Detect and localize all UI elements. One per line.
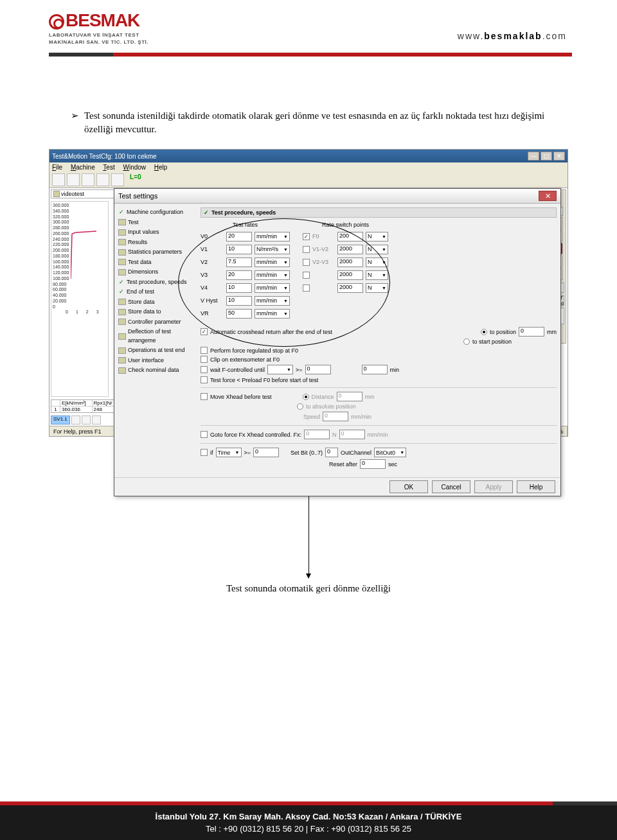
rate-unit-dropdown[interactable]: mm/min▼ xyxy=(255,296,290,306)
switch-unit-dropdown[interactable]: N▼ xyxy=(366,283,388,293)
if-checkbox[interactable] xyxy=(201,449,208,456)
distance-radio[interactable] xyxy=(303,394,309,400)
if-time-dropdown[interactable]: Time▼ xyxy=(216,448,242,457)
switch-unit-dropdown[interactable]: N▼ xyxy=(366,270,388,280)
rate-input[interactable]: 20 xyxy=(226,270,252,280)
wait-f-checkbox[interactable] xyxy=(201,366,208,373)
tree-item[interactable]: User interface xyxy=(118,356,195,366)
dialog-title: Test settings xyxy=(118,192,157,200)
toolbar-button[interactable] xyxy=(67,173,80,186)
if-value[interactable]: 0 xyxy=(253,448,279,457)
chart-tick: 360.000 xyxy=(53,203,107,209)
to-start-radio[interactable] xyxy=(463,338,470,345)
minimize-button[interactable]: — xyxy=(528,152,539,161)
menu-test[interactable]: Test xyxy=(103,164,114,171)
tree-item[interactable]: ✓End of test xyxy=(118,287,195,297)
switch-input[interactable]: 2000 xyxy=(337,258,363,267)
rate-unit-dropdown[interactable]: N/mm²/s▼ xyxy=(255,245,290,254)
reset-after-value[interactable]: 0 xyxy=(360,459,386,469)
switch-checkbox[interactable]: ✓ xyxy=(303,233,310,240)
rate-input[interactable]: 10 xyxy=(226,296,252,306)
switch-checkbox[interactable] xyxy=(303,246,310,253)
rate-unit-dropdown[interactable]: mm/min▼ xyxy=(255,258,290,267)
toolbar-button[interactable] xyxy=(82,173,94,186)
tree-item[interactable]: Results xyxy=(118,238,195,248)
to-position-radio[interactable] xyxy=(481,329,487,335)
dialog-close-button[interactable]: ✕ xyxy=(539,191,557,201)
tree-item[interactable]: Dimensions xyxy=(118,267,195,277)
switch-input[interactable]: 2000 xyxy=(337,270,363,280)
tree-item-label: Machine configuration xyxy=(127,208,183,217)
tree-item[interactable]: Input values xyxy=(118,227,195,238)
switch-unit-dropdown[interactable]: N▼ xyxy=(366,258,388,267)
tree-item[interactable]: Controller parameter xyxy=(118,317,195,328)
apply-button[interactable]: Apply xyxy=(474,480,513,493)
switch-checkbox[interactable] xyxy=(303,272,310,279)
tree-item[interactable]: Operations at test end xyxy=(118,346,195,356)
rate-input[interactable]: 20 xyxy=(226,232,252,241)
ok-button[interactable]: OK xyxy=(389,480,428,493)
help-button[interactable]: Help xyxy=(517,480,555,493)
switch-input[interactable]: 2000 xyxy=(337,283,363,293)
menu-window[interactable]: Window xyxy=(123,164,146,171)
switch-checkbox[interactable] xyxy=(303,284,310,292)
test-settings-dialog: Test settings ✕ ✓Machine configurationTe… xyxy=(114,188,561,496)
tree-item[interactable]: Check nominal data xyxy=(118,365,195,376)
menu-help[interactable]: Help xyxy=(154,164,168,171)
move-xhead-checkbox[interactable] xyxy=(201,393,208,400)
toolbar-button[interactable] xyxy=(96,173,109,186)
rate-unit-dropdown[interactable]: mm/min▼ xyxy=(255,232,290,241)
switch-checkbox[interactable] xyxy=(303,259,310,266)
goto-force-checkbox[interactable] xyxy=(201,431,208,438)
header-url: www.besmaklab.com xyxy=(458,31,567,41)
wait-f-value-2[interactable]: 0 xyxy=(362,365,388,374)
switch-row: V1-V2 2000 N▼ xyxy=(303,243,388,255)
tree-item[interactable]: Statistics parameters xyxy=(118,247,195,258)
settings-tree: ✓Machine configurationTestInput valuesRe… xyxy=(118,207,195,471)
switch-label: F0 xyxy=(312,233,335,240)
logo-name: BESMAK xyxy=(66,10,139,30)
toolbar-button[interactable] xyxy=(52,173,65,186)
switch-input[interactable]: 2000 xyxy=(337,245,363,254)
rate-input[interactable]: 7.5 xyxy=(226,258,252,267)
tree-item[interactable]: Store data xyxy=(118,297,195,308)
rate-label: V2 xyxy=(201,259,224,265)
menubar: File Machine Test Window Help xyxy=(49,162,568,172)
test-force-checkbox[interactable] xyxy=(201,376,208,383)
tree-item[interactable]: ✓Test procedure, speeds xyxy=(118,277,195,288)
rate-input[interactable]: 10 xyxy=(226,245,252,254)
app-screenshot: Test&Motion TestCfg: 100 ton cekme — ▢ ✕… xyxy=(49,149,568,437)
tree-item[interactable]: ✓Machine configuration xyxy=(118,207,195,218)
clip-ext-checkbox[interactable] xyxy=(201,356,208,363)
menu-file[interactable]: File xyxy=(52,164,62,171)
toolbar-button[interactable] xyxy=(111,173,124,186)
rate-unit-dropdown[interactable]: mm/min▼ xyxy=(255,270,290,280)
bullet-text: Test sonunda istenildiği takdirde otomat… xyxy=(84,109,553,136)
wait-f-dropdown[interactable]: ▼ xyxy=(267,365,293,374)
tree-item[interactable]: Test data xyxy=(118,258,195,268)
to-position-input[interactable]: 0 xyxy=(519,327,544,337)
menu-machine[interactable]: Machine xyxy=(71,164,95,171)
tree-item-label: User interface xyxy=(128,356,164,365)
rate-unit-dropdown[interactable]: mm/min▼ xyxy=(255,309,290,319)
switch-unit-dropdown[interactable]: N▼ xyxy=(366,232,388,241)
tree-item[interactable]: Test xyxy=(118,218,195,228)
rate-input[interactable]: 50 xyxy=(226,309,252,319)
perform-stop-checkbox[interactable] xyxy=(201,347,208,354)
rate-input[interactable]: 10 xyxy=(226,283,252,293)
tree-item[interactable]: Store data to xyxy=(118,307,195,317)
close-button[interactable]: ✕ xyxy=(553,152,565,161)
switch-unit-dropdown[interactable]: N▼ xyxy=(366,245,388,254)
cancel-button[interactable]: Cancel xyxy=(432,480,470,493)
wait-f-value-1[interactable]: 0 xyxy=(305,365,331,374)
rate-label: V4 xyxy=(201,284,224,291)
rate-unit-dropdown[interactable]: mm/min▼ xyxy=(255,283,290,293)
abs-pos-radio[interactable] xyxy=(297,403,303,410)
auto-return-checkbox[interactable]: ✓ xyxy=(201,328,208,335)
tree-item[interactable]: Deflection of test arrangeme xyxy=(118,327,195,346)
maximize-button[interactable]: ▢ xyxy=(541,152,552,161)
videotest-button[interactable]: videotest xyxy=(51,189,124,198)
switch-input[interactable]: 200 xyxy=(337,232,363,241)
set-bit-value[interactable]: 0 xyxy=(325,448,338,457)
out-channel-dropdown[interactable]: BitOut0▼ xyxy=(374,448,406,457)
